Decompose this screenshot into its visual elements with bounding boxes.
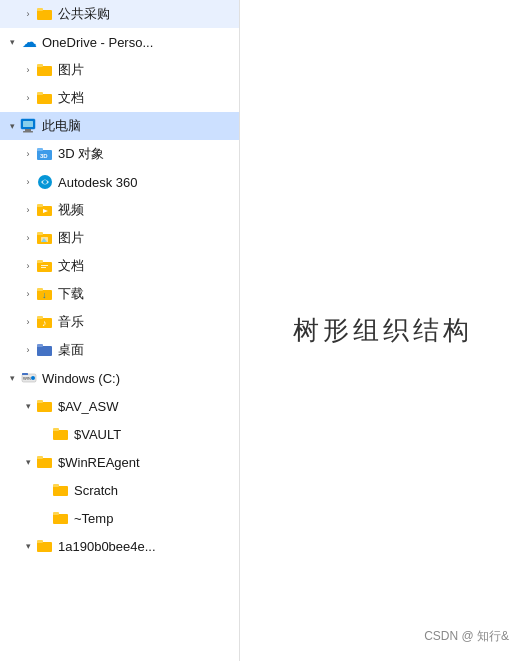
svg-rect-3: [37, 64, 43, 67]
svg-rect-11: [37, 148, 43, 151]
svg-rect-23: [37, 260, 43, 263]
svg-rect-39: [37, 402, 52, 412]
svg-rect-25: [41, 267, 46, 268]
tree-item-autodesk[interactable]: Autodesk 360: [0, 168, 239, 196]
chevron-icon: [20, 6, 36, 22]
chevron-icon: [36, 482, 52, 498]
tree-label: 公共采购: [58, 5, 231, 23]
pc-icon: [20, 117, 38, 135]
chevron-icon: [4, 370, 20, 386]
folder-icon: [36, 537, 54, 555]
tree-label: $VAULT: [74, 427, 231, 442]
tree-label: 音乐: [58, 313, 231, 331]
tree-label: $WinREAgent: [58, 455, 231, 470]
tree-item-documents1[interactable]: 文档: [0, 84, 239, 112]
tree-label: 1a190b0bee4e...: [58, 539, 231, 554]
svg-text:WIN: WIN: [23, 376, 31, 381]
svg-rect-24: [41, 265, 48, 266]
tree-item-temp[interactable]: ~Temp: [0, 504, 239, 532]
tree-item-downloads[interactable]: ↓ 下载: [0, 280, 239, 308]
tree-item-scratch[interactable]: Scratch: [0, 476, 239, 504]
chevron-icon: [20, 202, 36, 218]
folder-desktop-icon: [36, 341, 54, 359]
svg-rect-41: [53, 430, 68, 440]
tree-label: ~Temp: [74, 511, 231, 526]
svg-rect-33: [37, 344, 43, 347]
svg-rect-4: [37, 94, 52, 104]
svg-rect-16: [37, 204, 43, 207]
folder-music-icon: ♪: [36, 313, 54, 331]
drive-icon: WIN: [20, 369, 38, 387]
tree-label: 文档: [58, 257, 231, 275]
tree-item-this-pc[interactable]: 此电脑: [0, 112, 239, 140]
svg-rect-42: [53, 428, 59, 431]
svg-rect-47: [53, 514, 68, 524]
tree-label: $AV_ASW: [58, 399, 231, 414]
svg-rect-5: [37, 92, 43, 95]
tree-label: Autodesk 360: [58, 175, 231, 190]
folder-3d-icon: 3D: [36, 145, 54, 163]
tree-label: 下载: [58, 285, 231, 303]
tree-label: 3D 对象: [58, 145, 231, 163]
folder-icon: [36, 397, 54, 415]
svg-text:♪: ♪: [42, 318, 47, 328]
svg-rect-45: [53, 486, 68, 496]
tree-label: 桌面: [58, 341, 231, 359]
svg-rect-8: [25, 129, 31, 131]
onedrive-icon: ☁: [20, 33, 38, 51]
chevron-icon: [4, 118, 20, 134]
tree-item-guid[interactable]: 1a190b0bee4e...: [0, 532, 239, 560]
tree-item-video[interactable]: 视频: [0, 196, 239, 224]
tree-item-av-asw[interactable]: $AV_ASW: [0, 392, 239, 420]
svg-point-14: [43, 180, 47, 184]
svg-rect-48: [53, 512, 59, 515]
chevron-icon: [20, 146, 36, 162]
tree-item-public[interactable]: 公共采购: [0, 0, 239, 28]
folder-pictures-icon: [36, 229, 54, 247]
chevron-icon: [36, 426, 52, 442]
tree-label: 图片: [58, 61, 231, 79]
footer-text: CSDN @ 知行&: [424, 628, 509, 645]
file-tree-panel[interactable]: 公共采购 ☁ OneDrive - Perso... 图片 文档: [0, 0, 240, 661]
tree-item-vault[interactable]: $VAULT: [0, 420, 239, 448]
chevron-icon: [20, 258, 36, 274]
chevron-icon: [20, 62, 36, 78]
svg-rect-9: [23, 131, 33, 133]
svg-rect-7: [23, 121, 33, 127]
svg-point-35: [31, 376, 35, 380]
tree-item-pictures1[interactable]: 图片: [0, 56, 239, 84]
tree-item-3d[interactable]: 3D 3D 对象: [0, 140, 239, 168]
tree-item-documents2[interactable]: 文档: [0, 252, 239, 280]
folder-icon: [52, 509, 70, 527]
tree-item-music[interactable]: ♪ 音乐: [0, 308, 239, 336]
autodesk-icon: [36, 173, 54, 191]
chevron-icon: [20, 174, 36, 190]
right-panel: 树形组织结构 CSDN @ 知行&: [240, 0, 525, 661]
svg-rect-2: [37, 66, 52, 76]
tree-item-pictures2[interactable]: 图片: [0, 224, 239, 252]
chevron-icon: [20, 342, 36, 358]
folder-icon: [52, 425, 70, 443]
svg-text:↓: ↓: [42, 290, 47, 300]
svg-rect-50: [37, 540, 43, 543]
folder-icon: [52, 481, 70, 499]
chevron-icon: [20, 90, 36, 106]
tree-label: 此电脑: [42, 117, 231, 135]
svg-rect-44: [37, 456, 43, 459]
tree-label: 图片: [58, 229, 231, 247]
folder-icon: [36, 61, 54, 79]
folder-download-icon: ↓: [36, 285, 54, 303]
svg-rect-0: [37, 10, 52, 20]
folder-icon: [36, 453, 54, 471]
svg-rect-43: [37, 458, 52, 468]
tree-item-winreagent[interactable]: $WinREAgent: [0, 448, 239, 476]
folder-icon: [36, 89, 54, 107]
tree-item-onedrive[interactable]: ☁ OneDrive - Perso...: [0, 28, 239, 56]
tree-label: OneDrive - Perso...: [42, 35, 231, 50]
svg-rect-49: [37, 542, 52, 552]
svg-rect-40: [37, 400, 43, 403]
tree-item-desktop[interactable]: 桌面: [0, 336, 239, 364]
svg-rect-19: [37, 232, 43, 235]
chevron-icon: [20, 538, 36, 554]
tree-item-windows-c[interactable]: WIN Windows (C:): [0, 364, 239, 392]
